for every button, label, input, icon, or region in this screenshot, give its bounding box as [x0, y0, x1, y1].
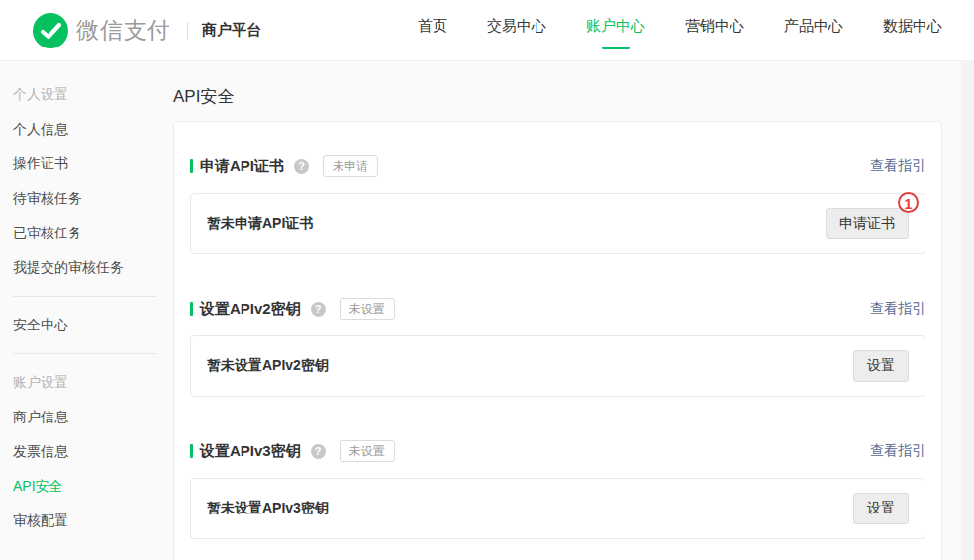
logo-wordmark: 微信支付: [76, 15, 171, 46]
top-header: 微信支付 商户平台 首页 交易中心 账户中心 营销中心 产品中心 数据中心: [0, 0, 974, 61]
apiv3-key-card: 暂未设置APIv3密钥 设置: [190, 478, 925, 539]
status-badge: 未设置: [340, 298, 395, 320]
nav-item-account-center[interactable]: 账户中心: [586, 11, 645, 49]
sidebar-item-personal-info[interactable]: 个人信息: [13, 112, 173, 146]
sidebar: 个人设置 个人信息 操作证书 待审核任务 已审核任务 我提交的审核任务 安全中心…: [0, 61, 173, 560]
help-icon[interactable]: ?: [294, 159, 309, 174]
section-api-certificate: 申请API证书 ? 未申请 查看指引 暂未申请API证书 申请证书 1: [190, 155, 925, 254]
sidebar-divider: [13, 353, 156, 354]
view-guide-link[interactable]: 查看指引: [870, 300, 925, 318]
sidebar-item-review-config[interactable]: 审核配置: [13, 504, 173, 538]
sidebar-item-security-center[interactable]: 安全中心: [13, 308, 173, 342]
header-divider: [187, 22, 188, 40]
sidebar-group-account-settings: 账户设置: [13, 365, 173, 400]
view-guide-link[interactable]: 查看指引: [870, 442, 925, 460]
annotation-marker-1: 1: [898, 192, 919, 213]
empty-state-text: 暂未设置APIv3密钥: [207, 500, 329, 517]
help-icon[interactable]: ?: [311, 444, 326, 459]
content-area: 个人设置 个人信息 操作证书 待审核任务 已审核任务 我提交的审核任务 安全中心…: [0, 61, 974, 560]
sidebar-item-my-submitted-tasks[interactable]: 我提交的审核任务: [13, 250, 173, 285]
view-guide-link[interactable]: 查看指引: [870, 157, 925, 175]
api-certificate-card: 暂未申请API证书 申请证书 1: [190, 193, 925, 254]
sidebar-divider: [13, 296, 156, 297]
help-icon[interactable]: ?: [311, 302, 326, 317]
empty-state-text: 暂未申请API证书: [207, 215, 313, 233]
nav-item-product-center[interactable]: 产品中心: [784, 11, 843, 49]
sidebar-item-reviewed-tasks[interactable]: 已审核任务: [13, 216, 173, 250]
section-title: 设置APIv3密钥: [200, 442, 301, 461]
status-badge: 未申请: [323, 155, 378, 177]
section-accent-bar: [190, 159, 193, 173]
section-apiv2-key: 设置APIv2密钥 ? 未设置 查看指引 暂未设置APIv2密钥 设置: [190, 298, 925, 397]
platform-title: 商户平台: [202, 21, 261, 40]
nav-item-trade-center[interactable]: 交易中心: [487, 11, 546, 49]
main-area: API安全 申请API证书 ? 未申请 查看指引 暂未申请API证书 申请证书: [173, 61, 942, 560]
nav-item-marketing-center[interactable]: 营销中心: [685, 11, 744, 49]
page-title: API安全: [173, 61, 942, 121]
set-apiv3-key-button[interactable]: 设置: [853, 493, 909, 524]
section-accent-bar: [190, 444, 193, 458]
apiv2-key-card: 暂未设置APIv2密钥 设置: [190, 335, 925, 397]
sidebar-item-pending-review-tasks[interactable]: 待审核任务: [13, 181, 173, 216]
sidebar-group-personal-settings: 个人设置: [13, 77, 173, 112]
api-security-panel: 申请API证书 ? 未申请 查看指引 暂未申请API证书 申请证书 1: [173, 121, 942, 560]
section-header: 申请API证书 ? 未申请 查看指引: [190, 155, 925, 177]
sidebar-item-operation-cert[interactable]: 操作证书: [13, 146, 173, 181]
top-nav: 首页 交易中心 账户中心 营销中心 产品中心 数据中心: [378, 11, 942, 49]
scrollbar-track[interactable]: [961, 61, 974, 560]
wechat-pay-logo-icon: [33, 13, 68, 48]
sidebar-item-api-security[interactable]: API安全: [13, 469, 173, 504]
section-header: 设置APIv3密钥 ? 未设置 查看指引: [190, 440, 925, 462]
set-apiv2-key-button[interactable]: 设置: [853, 350, 909, 382]
section-apiv3-key: 设置APIv3密钥 ? 未设置 查看指引 暂未设置APIv3密钥 设置: [190, 440, 925, 539]
sidebar-item-invoice-info[interactable]: 发票信息: [13, 434, 173, 469]
nav-item-data-center[interactable]: 数据中心: [883, 11, 942, 49]
sidebar-item-merchant-info[interactable]: 商户信息: [13, 400, 173, 434]
wechat-pay-logo[interactable]: 微信支付: [33, 13, 171, 48]
section-accent-bar: [190, 302, 193, 316]
section-title: 设置APIv2密钥: [200, 300, 301, 319]
status-badge: 未设置: [340, 440, 395, 462]
section-title: 申请API证书: [200, 157, 284, 176]
nav-item-home[interactable]: 首页: [418, 11, 447, 49]
section-header: 设置APIv2密钥 ? 未设置 查看指引: [190, 298, 925, 320]
empty-state-text: 暂未设置APIv2密钥: [207, 357, 329, 375]
apply-certificate-button[interactable]: 申请证书: [826, 208, 909, 239]
